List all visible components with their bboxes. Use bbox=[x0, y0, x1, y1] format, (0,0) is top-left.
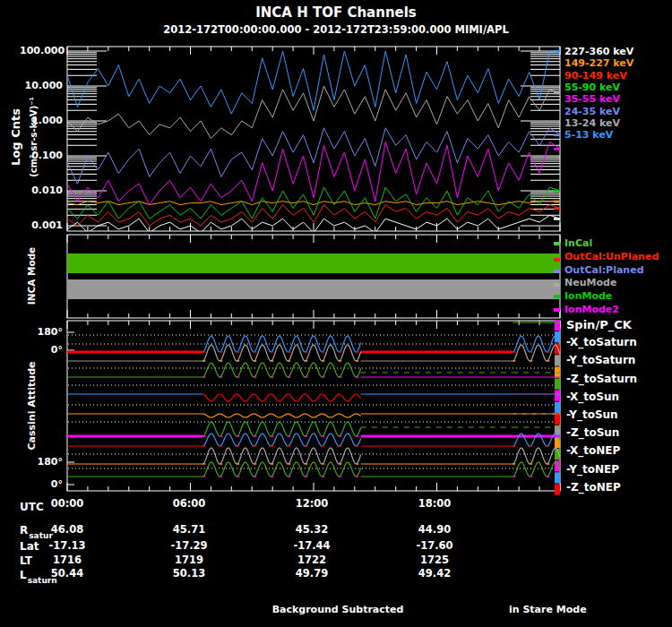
legend-attitude-7: -X_toNEP bbox=[566, 445, 620, 457]
attitude-y-tick-label-0: 180° bbox=[20, 327, 63, 338]
legend-spectra-0: 227-360 keV bbox=[564, 47, 633, 57]
legend-mode-1: OutCal:UnPlaned bbox=[564, 252, 659, 262]
page-title: INCA H TOF Channels bbox=[255, 5, 417, 21]
legend-spectra-5: 24-35 keV bbox=[564, 107, 620, 117]
attitude-panel-label: Cassini Attitude bbox=[27, 361, 38, 450]
legend-mode-0: InCal bbox=[564, 238, 592, 249]
legend-mode-3: NeuMode bbox=[564, 278, 616, 288]
ephemeris-r-col1: 45.71 bbox=[173, 524, 205, 536]
legend-attitude-2: -Y_toSaturn bbox=[566, 355, 635, 366]
r-row-label: Rsatur bbox=[20, 525, 53, 537]
legend-spectra-6: 13-24 keV bbox=[564, 118, 620, 129]
legend-attitude-1: -X_toSaturn bbox=[566, 337, 637, 348]
ephemeris-l-col1: 50.13 bbox=[173, 568, 205, 580]
attitude-y-tick-label-3: 0° bbox=[20, 479, 63, 490]
y-tick-label-4: 0.010 bbox=[20, 185, 63, 196]
legend-spectra-7: 5-13 keV bbox=[564, 130, 613, 141]
legend-spectra-4: 35-55 keV bbox=[564, 94, 620, 105]
legend-attitude-4: -X_toSun bbox=[566, 391, 619, 403]
legend-spectra-3: 55-90 keV bbox=[564, 82, 620, 93]
y-tick-label-1: 10.000 bbox=[20, 81, 63, 91]
ephemeris-lt-col2: 1722 bbox=[297, 554, 326, 566]
page-subtitle: 2012-172T00:00:00.000 - 2012-172T23:59:0… bbox=[163, 24, 509, 36]
ephemeris-lt-col0: 1716 bbox=[53, 554, 82, 566]
legend-mode-2: OutCal:Planed bbox=[564, 265, 644, 276]
ephemeris-utc-col3: 18:00 bbox=[418, 498, 452, 510]
lt-row-label: LT bbox=[20, 555, 32, 567]
footer-stare-mode: in Stare Mode bbox=[509, 605, 587, 615]
ephemeris-r-col3: 44.90 bbox=[418, 524, 451, 536]
y-tick-label-5: 0.001 bbox=[20, 220, 63, 231]
attitude-y-tick-label-1: 0° bbox=[20, 345, 63, 356]
l-row-label-text: L bbox=[20, 569, 27, 581]
legend-spectra-1: 149-227 keV bbox=[564, 58, 633, 69]
y-tick-label-0: 100.000 bbox=[20, 46, 63, 56]
ephemeris-lat-col2: -17.44 bbox=[293, 540, 330, 552]
ephemeris-utc-col1: 06:00 bbox=[173, 498, 206, 510]
ephemeris-lt-col3: 1725 bbox=[420, 554, 449, 566]
legend-mode-5: IonMode2 bbox=[564, 305, 619, 315]
y-tick-label-2: 1.000 bbox=[20, 116, 63, 126]
legend-attitude-0: Spin/P_CK bbox=[566, 319, 632, 331]
lat-row-label: Lat bbox=[20, 541, 39, 553]
text-overlay: INCA H TOF Channels 2012-172T00:00:00.00… bbox=[0, 0, 672, 627]
y-tick-label-3: 0.100 bbox=[20, 150, 63, 161]
ephemeris-r-col2: 45.32 bbox=[296, 524, 328, 536]
legend-spectra-2: 90-149 keV bbox=[564, 71, 627, 82]
mode-panel-label: INCA Mode bbox=[27, 247, 38, 305]
utc-row-label: UTC bbox=[20, 502, 44, 513]
ephemeris-l-col0: 50.44 bbox=[51, 568, 83, 580]
legend-attitude-6: -Z_toSun bbox=[566, 427, 619, 439]
footer-background-subtracted: Background Subtracted bbox=[272, 605, 404, 615]
r-row-label-text: R bbox=[20, 524, 28, 537]
ephemeris-r-col0: 46.08 bbox=[51, 524, 83, 536]
legend-mode-4: IonMode bbox=[564, 291, 612, 302]
attitude-y-tick-label-2: 180° bbox=[20, 457, 63, 468]
legend-attitude-5: -Y_toSun bbox=[566, 409, 618, 421]
ephemeris-lat-col1: -17.29 bbox=[170, 540, 207, 552]
ephemeris-lt-col1: 1719 bbox=[175, 554, 203, 566]
ephemeris-utc-col0: 00:00 bbox=[51, 498, 84, 510]
legend-attitude-9: -Z_toNEP bbox=[566, 482, 621, 494]
ephemeris-l-col2: 49.79 bbox=[296, 568, 328, 580]
legend-attitude-3: -Z_toSaturn bbox=[566, 374, 637, 385]
ephemeris-lat-col3: -17.60 bbox=[416, 540, 452, 552]
ephemeris-l-col3: 49.42 bbox=[418, 568, 451, 580]
ephemeris-utc-col2: 12:00 bbox=[296, 498, 329, 510]
ephemeris-lat-col0: -17.13 bbox=[48, 540, 85, 552]
inca-tof-plot-screen: INCA H TOF Channels 2012-172T00:00:00.00… bbox=[0, 0, 672, 627]
legend-attitude-8: -Y_toNEP bbox=[566, 464, 619, 476]
y-axis-units: (cm²-sr-s-keV)⁻¹ bbox=[29, 97, 39, 177]
